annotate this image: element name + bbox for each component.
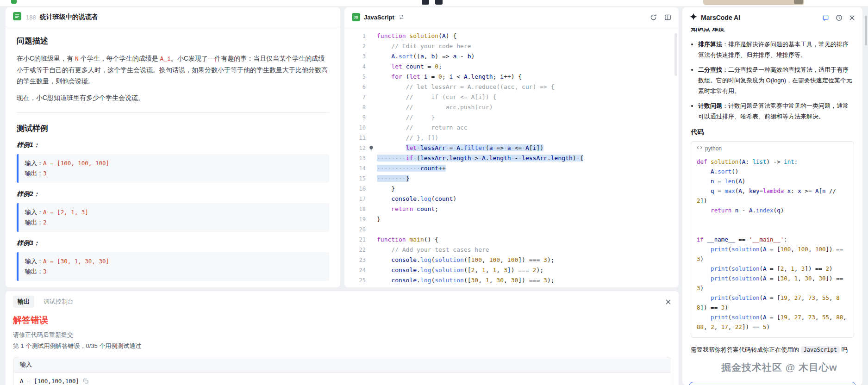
console-body: 解答错误 请修正代码后重新提交 第 1 个测试用例解答错误，0/35 个用例测试… — [6, 310, 679, 385]
code-text: function main() { — [377, 235, 679, 245]
code-line[interactable]: 24 console.log(solution([2, 1, 1, 3]) ==… — [344, 265, 679, 275]
line-number: 20 — [344, 224, 366, 235]
problem-paragraph-2: 现在，小C想知道班里有多少个学生会说谎。 — [17, 92, 329, 103]
code-line[interactable]: 8 // acc.push(cur) — [344, 102, 679, 112]
sample-box: 输入：A = [100, 100, 100]输出：3 — [17, 154, 329, 183]
remnant-green-badge — [11, 0, 17, 4]
code-line[interactable]: 15········} — [344, 174, 679, 184]
line-number: 6 — [344, 82, 366, 92]
gutter — [366, 245, 377, 255]
window-scrollbar[interactable] — [865, 0, 868, 385]
ai-chat-input[interactable] — [689, 382, 856, 385]
code-line[interactable]: 18 return count; — [344, 204, 679, 214]
ai-code-card: python def solution(A: list) -> int: A.s… — [691, 141, 854, 338]
remnant-dark-button-2 — [435, 0, 443, 5]
case-input-box: 输入 A = [100,100,100] — [13, 357, 671, 385]
code-line[interactable]: 13········if·(lessArr.length·>·A.length·… — [344, 153, 679, 163]
problem-body: 问题描述 在小C的班级里，有 N 个学生，每个学生的成绩是 A_i。小C发现了一… — [6, 27, 340, 281]
python-code-line: def solution(A: list) -> int: — [697, 157, 848, 167]
switch-language-icon[interactable] — [398, 14, 405, 20]
line-number: 3 — [344, 51, 366, 62]
code-line[interactable]: 9 // } — [344, 112, 679, 123]
history-icon[interactable] — [836, 14, 843, 21]
code-line[interactable]: 2 // Edit your code here — [344, 41, 679, 51]
code-text: // } — [377, 112, 679, 123]
python-code-line: n = len(A) — [697, 176, 848, 186]
code-line[interactable]: 4 let count = 0; — [344, 62, 679, 72]
editor-scrollbar[interactable] — [674, 33, 677, 76]
sample-input-row: 输入：A = [30, 1, 30, 30] — [25, 256, 323, 267]
remnant-dark-button-1 — [422, 0, 429, 5]
sample-output-row: 输出：3 — [25, 267, 323, 277]
line-number: 24 — [344, 265, 366, 275]
gutter — [366, 92, 377, 102]
code-text: // Edit your code here — [377, 41, 679, 51]
case-input-header: 输入 — [13, 357, 671, 373]
python-code-line: A.sort() — [697, 167, 848, 176]
line-number: 1 — [344, 31, 366, 41]
knowledge-bullet: 计数问题：计数问题是算法竞赛中常见的一类问题，通常可以通过排序、哈希表、前缀和等… — [698, 100, 854, 122]
judge-result-title: 解答错误 — [13, 314, 671, 326]
ai-close-icon[interactable] — [849, 15, 855, 21]
code-line[interactable]: 25 console.log(solution([30, 1, 30, 30])… — [344, 275, 679, 286]
code-line[interactable]: 12 let·lessArr·=·A.filter(a·=>·a·<=·A[i]… — [344, 143, 679, 153]
gutter — [366, 214, 377, 224]
gutter — [366, 174, 377, 184]
judge-hint-resubmit: 请修正代码后重新提交 — [13, 331, 671, 339]
code-line[interactable]: 16 } — [344, 184, 679, 194]
line-number: 21 — [344, 235, 366, 245]
line-number: 7 — [344, 92, 366, 102]
code-text: console.log(count) — [377, 194, 679, 204]
code-line[interactable]: 22 // Add your test cases here — [344, 245, 679, 255]
code-text: let·lessArr·=·A.filter(a·=>·a·<=·A[i]) — [377, 143, 679, 153]
javascript-chip: JavaScript — [801, 346, 840, 354]
code-line[interactable]: 10 // return acc — [344, 123, 679, 133]
code-line[interactable]: 21function main() { — [344, 235, 679, 245]
console-tab-output[interactable]: 输出 — [13, 296, 34, 308]
code-text: console.log(solution([2, 1, 1, 3]) === 2… — [377, 265, 679, 275]
case-input-row: A = [100,100,100] — [13, 373, 671, 385]
code-line[interactable]: 17 console.log(count) — [344, 194, 679, 204]
code-line[interactable]: 3 A.sort((a, b) => a - b) — [344, 51, 679, 62]
code-editor[interactable]: 1function solution(A) {2 // Edit your co… — [344, 27, 679, 287]
code-line[interactable]: 14············count++ — [344, 163, 679, 174]
ai-body: 知识点 难度 排序算法：排序是解决许多问题的基本工具，常见的排序算法有快速排序、… — [682, 28, 862, 355]
knowledge-bullets: 排序算法：排序是解决许多问题的基本工具，常见的排序算法有快速排序、归并排序、堆排… — [691, 39, 854, 122]
code-text: } — [377, 214, 679, 224]
python-code-line: return n - A.index(q) — [697, 205, 848, 215]
refresh-code-icon[interactable] — [650, 14, 657, 21]
code-line[interactable]: 11 // }, []) — [344, 133, 679, 143]
remnant-address-pill — [703, 0, 804, 5]
editor-header: JS JavaScript — [344, 7, 679, 27]
line-number: 23 — [344, 255, 366, 265]
split-view-icon[interactable] — [664, 14, 671, 21]
code-line[interactable]: 20 — [344, 224, 679, 235]
gutter[interactable] — [366, 143, 377, 153]
line-number: 10 — [344, 123, 366, 133]
code-line[interactable]: 7 // if (cur <= A[i]) { — [344, 92, 679, 102]
new-chat-icon[interactable] — [822, 14, 829, 21]
selection-highlight: ········if·(lessArr.length·>·A.length·-·… — [377, 155, 583, 161]
code-line[interactable]: 6 // let lessArr = A.reduce((acc, cur) =… — [344, 82, 679, 92]
code-line[interactable]: 5 for (let i = 0; i < A.length; i++) { — [344, 72, 679, 82]
gutter — [366, 123, 377, 133]
problem-paragraph-1: 在小C的班级里，有 N 个学生，每个学生的成绩是 A_i。小C发现了一件有趣的事… — [17, 53, 329, 87]
gutter — [366, 153, 377, 163]
code-text: ········} — [377, 174, 679, 184]
console-close-icon[interactable] — [665, 299, 671, 305]
line-number: 17 — [344, 194, 366, 204]
code-line[interactable]: 23 console.log(solution([100, 100, 100])… — [344, 255, 679, 265]
gutter — [366, 163, 377, 174]
code-line[interactable]: 19} — [344, 214, 679, 224]
code-text: function solution(A) { — [377, 31, 679, 41]
console-tab-debug[interactable]: 调试控制台 — [39, 296, 78, 308]
python-code-line — [697, 215, 848, 225]
code-line[interactable]: 1function solution(A) { — [344, 31, 679, 41]
problem-id: 188 — [26, 14, 36, 21]
scrollbar-thumb[interactable] — [865, 16, 867, 45]
sample-box: 输入：A = [30, 1, 30, 30]输出：3 — [17, 252, 329, 281]
python-code-line: if __name__ == '__main__': — [697, 235, 848, 244]
line-number: 9 — [344, 112, 366, 123]
code-text: } — [377, 184, 679, 194]
copy-icon[interactable] — [83, 378, 89, 384]
